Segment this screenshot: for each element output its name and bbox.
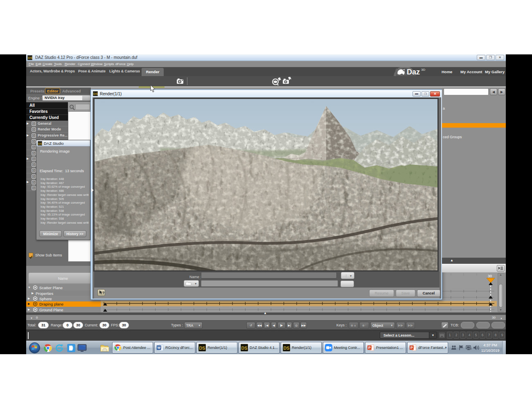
svg-text:P: P [410, 346, 413, 350]
svg-text:DS: DS [241, 346, 248, 351]
svg-text:My Gallery: My Gallery [485, 70, 505, 74]
svg-text:W: W [157, 346, 161, 350]
svg-text:G: G [33, 157, 35, 161]
svg-text:G: G [33, 175, 35, 178]
svg-text:G: G [33, 186, 35, 190]
svg-text:G: G [33, 128, 35, 131]
svg-text:G: G [33, 180, 35, 184]
svg-text:G: G [33, 134, 35, 137]
svg-text:G: G [33, 169, 35, 172]
svg-text:Daz: Daz [407, 68, 420, 76]
svg-text:G: G [33, 139, 35, 143]
svg-text:G: G [33, 163, 35, 166]
svg-text:G: G [33, 122, 35, 126]
svg-text:?: ? [102, 291, 105, 295]
svg-text:DS: DS [199, 346, 205, 351]
svg-text:3D: 3D [421, 68, 425, 72]
svg-text:G: G [33, 151, 35, 155]
svg-text:DS: DS [284, 346, 290, 351]
svg-text:Home: Home [442, 70, 452, 74]
svg-text:30: 30 [488, 274, 492, 278]
svg-text:P: P [368, 346, 371, 350]
svg-text:My Account: My Account [460, 70, 482, 74]
svg-text:G: G [33, 145, 35, 149]
